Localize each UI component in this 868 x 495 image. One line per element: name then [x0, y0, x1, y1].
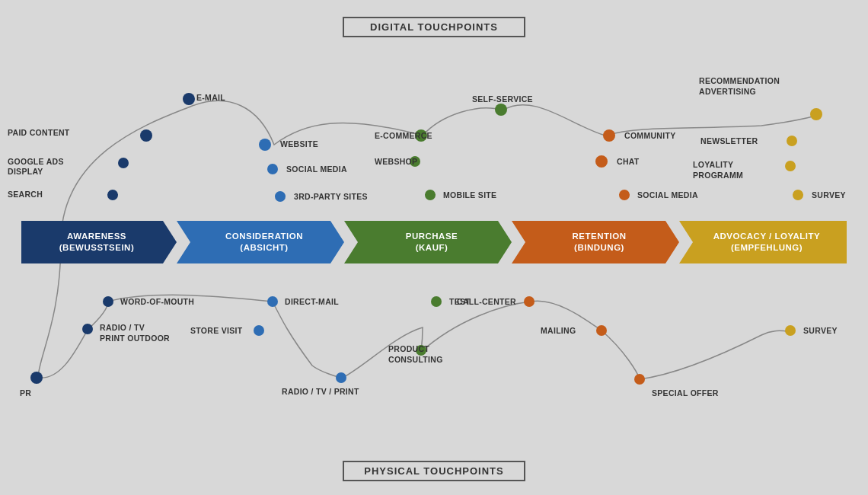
dot-email — [183, 93, 195, 105]
label-ecommerce: E-COMMERCE — [375, 131, 432, 142]
physical-touchpoints-title: PHYSICAL TOUCHPOINTS — [343, 461, 525, 481]
label-newsletter: NEWSLETTER — [700, 136, 758, 147]
label-mobile-site: MOBILE SITE — [443, 190, 496, 201]
label-pr: PR — [20, 388, 31, 399]
banner-consideration: CONSIDERATION(ABSICHT) — [177, 221, 344, 263]
dot-community — [603, 129, 615, 142]
label-mailing: MAILING — [541, 326, 576, 337]
label-radio-tv-print: RADIO / TVPRINT OUTDOOR — [100, 323, 170, 343]
dot-call-center — [524, 296, 535, 307]
dot-newsletter — [787, 136, 797, 146]
dot-radio-tv-print — [82, 324, 93, 334]
banner-purchase-label: PURCHASE(KAUF) — [406, 231, 458, 254]
dot-word-of-mouth — [103, 296, 113, 307]
dot-search — [107, 190, 118, 200]
dot-social-media-consideration — [267, 164, 278, 174]
label-self-service: SELF-SERVICE — [472, 94, 533, 105]
dot-recommendation — [810, 108, 822, 120]
label-recommendation: RECOMMENDATIONADVERTISING — [699, 76, 780, 97]
banner-awareness-label: AWARENESS(BEWUSSTSEIN) — [59, 231, 135, 254]
digital-touchpoints-title: DIGITAL TOUCHPOINTS — [343, 17, 525, 37]
label-google-ads: GOOGLE ADSDISPLAY — [8, 157, 64, 176]
dot-mailing — [596, 325, 607, 336]
dot-survey-digital — [793, 190, 803, 200]
dot-social-media-retention — [619, 190, 630, 200]
label-email: E-MAIL — [196, 93, 225, 104]
banner-consideration-label: CONSIDERATION(ABSICHT) — [225, 231, 303, 254]
dot-chat — [595, 155, 608, 168]
label-special-offer: SPECIAL OFFER — [652, 388, 719, 399]
banner-advocacy-label: ADVOCACY / LOYALITY(EMPFEHLUNG) — [713, 231, 821, 254]
label-webshop: WEBSHOP — [375, 157, 417, 168]
dot-website — [259, 139, 271, 151]
dot-self-service — [495, 104, 507, 116]
dot-3rd-party — [275, 191, 286, 202]
dot-mobile-site — [425, 190, 436, 200]
dot-test — [431, 296, 442, 307]
label-website: WEBSITE — [280, 139, 318, 150]
label-survey-physical: SURVEY — [803, 326, 838, 337]
banner-awareness: AWARENESS(BEWUSSTSEIN) — [21, 221, 177, 263]
label-survey-digital: SURVEY — [812, 190, 846, 201]
dot-loyality — [785, 161, 796, 171]
banner-retention-label: RETENTION(BINDUNG) — [573, 231, 627, 254]
dot-special-offer — [634, 374, 645, 385]
label-word-of-mouth: WORD-OF-MOUTH — [120, 297, 194, 308]
label-call-center: CALL-CENTER — [457, 297, 516, 308]
label-direct-mail: DIRECT-MAIL — [285, 297, 339, 308]
label-3rd-party: 3RD-PARTY SITES — [294, 192, 368, 203]
banner: AWARENESS(BEWUSSTSEIN) CONSIDERATION(ABS… — [21, 221, 847, 263]
label-social-media-retention: SOCIAL MEDIA — [637, 190, 698, 201]
label-loyality: LOYALITYPROGRAMM — [693, 160, 743, 180]
label-product-consulting: PRODUCTCONSULTING — [388, 344, 443, 365]
dot-radio-tv-print-phys — [336, 372, 346, 383]
label-search: SEARCH — [8, 190, 43, 200]
label-paid-content: PAID CONTENT — [8, 128, 70, 139]
banner-purchase: PURCHASE(KAUF) — [344, 221, 512, 263]
label-social-media-consideration: SOCIAL MEDIA — [286, 164, 347, 175]
dot-google-ads — [118, 158, 129, 168]
label-radio-tv-print-phys: RADIO / TV / PRINT — [282, 387, 359, 398]
label-store-visit: STORE VISIT — [190, 326, 242, 337]
label-chat: CHAT — [617, 157, 640, 168]
dot-store-visit — [254, 325, 264, 336]
dot-paid-content — [140, 129, 152, 142]
dot-survey-physical — [785, 325, 796, 336]
dot-direct-mail — [267, 296, 278, 307]
diagram-container: DIGITAL TOUCHPOINTS AWARENESS(BEWUSSTSEI… — [0, 0, 868, 495]
dot-pr — [30, 372, 43, 384]
label-community: COMMUNITY — [624, 131, 675, 142]
banner-advocacy: ADVOCACY / LOYALITY(EMPFEHLUNG) — [679, 221, 847, 263]
banner-retention: RETENTION(BINDUNG) — [512, 221, 679, 263]
